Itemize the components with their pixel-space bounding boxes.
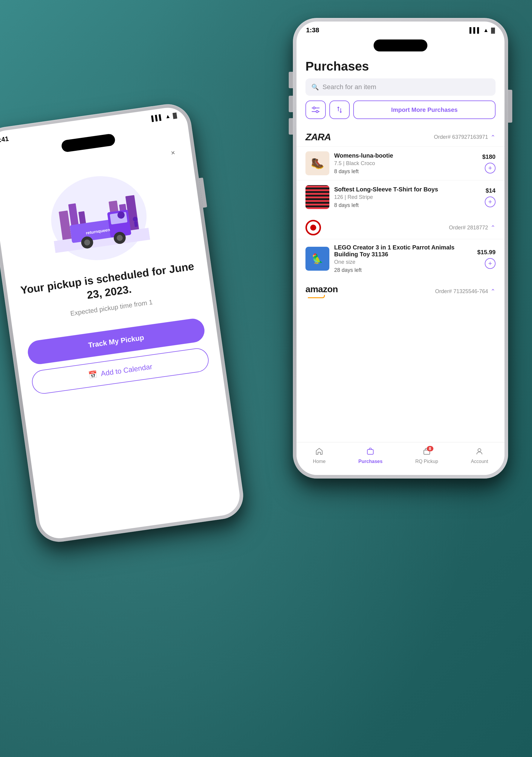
store-header-zara: ZARA Order# 637927163971 ⌃: [296, 128, 505, 146]
page-title: Purchases: [305, 59, 495, 74]
amazon-name-text: amazon: [305, 284, 338, 294]
boot-price-area: $180 +: [482, 153, 496, 173]
phone-back-screen: 9:41 ▌▌▌ ▲ ▓ ×: [0, 105, 242, 541]
phone-back-content: ×: [0, 138, 242, 538]
notch-area-front: [296, 37, 505, 54]
amazon-order: Order# 71325546-764 ⌃: [435, 288, 495, 295]
amazon-chevron-icon[interactable]: ⌃: [490, 288, 495, 295]
purchases-screen: 1:38 ▌▌▌ ▲ ▓ Purchases: [296, 21, 505, 475]
shirt-days: 8 days left: [334, 202, 480, 208]
shirt-price-area: $14 +: [485, 187, 495, 207]
boot-days: 8 days left: [334, 168, 478, 175]
track-btn-label: Track My Pickup: [88, 333, 144, 349]
pickup-illustration: returnqueen: [46, 170, 152, 266]
target-order-label: Order# 2818772: [449, 225, 488, 231]
amazon-logo: amazon: [305, 284, 338, 298]
boot-variant: 7.5 | Black Croco: [334, 160, 478, 167]
lego-add-button[interactable]: +: [485, 258, 495, 269]
status-bar-front: 1:38 ▌▌▌ ▲ ▓: [296, 21, 505, 37]
phone-front-shell: 1:38 ▌▌▌ ▲ ▓ Purchases: [293, 18, 508, 478]
zara-order-label: Order# 637927163971: [434, 134, 488, 140]
store-section-amazon: amazon Order# 71325546-764 ⌃: [296, 281, 505, 302]
status-icons-front: ▌▌▌ ▲ ▓: [469, 27, 495, 34]
nav-rq-pickup-label: RQ Pickup: [415, 459, 438, 464]
shirt-name: Softest Long-Sleeve T-Shirt for Boys: [334, 186, 480, 193]
signal-icon-front: ▌▌▌: [469, 27, 481, 34]
signal-icon: ▌▌▌: [151, 114, 163, 122]
wifi-icon-front: ▲: [483, 27, 489, 34]
filter-icon: [311, 106, 320, 113]
target-logo: [305, 220, 321, 235]
nav-item-home[interactable]: Home: [313, 447, 326, 464]
boot-price: $180: [482, 153, 496, 160]
account-icon: [475, 447, 484, 458]
purchase-item-boot: 🥾 Womens-luna-bootie 7.5 | Black Croco 8…: [296, 146, 505, 180]
import-btn-label: Import More Purchases: [391, 106, 458, 113]
status-icons-back: ▌▌▌ ▲ ▓: [151, 112, 177, 122]
battery-icon: ▓: [173, 112, 177, 119]
svg-rect-23: [367, 449, 373, 454]
shirt-add-button[interactable]: +: [485, 197, 495, 207]
nav-item-rq-pickup[interactable]: 8 RQ Pickup: [415, 447, 438, 464]
purchases-header: Purchases 🔍 Search for an item: [296, 54, 505, 128]
store-header-target: Order# 2818772 ⌃: [296, 216, 505, 239]
purchase-list: ZARA Order# 637927163971 ⌃ 🥾 Womens-luna…: [296, 128, 505, 475]
store-section-zara: ZARA Order# 637927163971 ⌃ 🥾 Womens-luna…: [296, 128, 505, 214]
pickup-title-text: Your pickup is scheduled for June 23, 20…: [20, 260, 195, 301]
rq-pickup-icon: 8: [423, 447, 431, 458]
calendar-icon: 📅: [88, 370, 98, 379]
amazon-smile-icon: [305, 294, 326, 298]
nav-item-account[interactable]: Account: [471, 447, 488, 464]
calendar-btn-label: Add to Calendar: [100, 362, 153, 378]
search-icon: 🔍: [311, 83, 319, 91]
import-purchases-button[interactable]: Import More Purchases: [353, 101, 495, 119]
lego-image: 🦜: [305, 247, 329, 271]
time-front: 1:38: [306, 26, 319, 34]
phone-front-screen: 1:38 ▌▌▌ ▲ ▓ Purchases: [296, 21, 505, 475]
purchases-icon: [366, 447, 375, 458]
search-bar[interactable]: 🔍 Search for an item: [305, 78, 495, 96]
bottom-nav: Home Purchases: [296, 442, 505, 475]
rq-pickup-badge: 8: [427, 446, 434, 451]
zara-chevron-icon[interactable]: ⌃: [490, 134, 495, 141]
phone-front: 1:38 ▌▌▌ ▲ ▓ Purchases: [293, 18, 508, 478]
battery-icon-front: ▓: [491, 27, 495, 34]
sort-button[interactable]: [329, 101, 350, 119]
boot-image: 🥾: [305, 151, 329, 175]
nav-account-label: Account: [471, 459, 488, 464]
purchase-item-shirt: Softest Long-Sleeve T-Shirt for Boys 126…: [296, 180, 505, 214]
target-logo-inner: [310, 225, 316, 230]
nav-item-purchases[interactable]: Purchases: [358, 447, 382, 464]
nav-home-label: Home: [313, 459, 326, 464]
phone-back-shell: 9:41 ▌▌▌ ▲ ▓ ×: [0, 101, 246, 545]
lego-price: $15.99: [477, 249, 495, 256]
shirt-image: [305, 185, 329, 209]
store-header-amazon: amazon Order# 71325546-764 ⌃: [296, 281, 505, 302]
shirt-variant: 126 | Red Stripe: [334, 194, 480, 200]
amazon-order-label: Order# 71325546-764: [435, 288, 488, 295]
target-order: Order# 2818772 ⌃: [449, 224, 495, 231]
boot-name: Womens-luna-bootie: [334, 152, 478, 159]
filter-button[interactable]: [305, 101, 326, 119]
svg-point-20: [313, 107, 315, 109]
close-button[interactable]: ×: [166, 145, 181, 160]
shirt-details: Softest Long-Sleeve T-Shirt for Boys 126…: [334, 186, 480, 208]
boot-details: Womens-luna-bootie 7.5 | Black Croco 8 d…: [334, 152, 478, 175]
store-section-target: Order# 2818772 ⌃ 🦜 LEGO Creator 3 in 1 E…: [296, 216, 505, 278]
sort-icon: [336, 106, 343, 114]
truck-illustration-svg: returnqueen: [47, 176, 151, 260]
shirt-stripes: [305, 185, 329, 209]
lego-days: 28 days left: [334, 267, 472, 273]
boot-add-button[interactable]: +: [485, 163, 495, 173]
pickup-title: Your pickup is scheduled for June 23, 20…: [18, 259, 198, 312]
wifi-icon: ▲: [165, 113, 171, 120]
zara-order: Order# 637927163971 ⌃: [434, 134, 495, 141]
time-back: 9:41: [0, 135, 9, 144]
zara-logo: ZARA: [305, 132, 331, 143]
target-chevron-icon[interactable]: ⌃: [490, 224, 495, 231]
lego-variant: One size: [334, 259, 472, 265]
search-placeholder-text: Search for an item: [322, 83, 376, 91]
svg-point-25: [478, 449, 481, 452]
phone-back: 9:41 ▌▌▌ ▲ ▓ ×: [0, 101, 246, 545]
purchase-item-lego: 🦜 LEGO Creator 3 in 1 Exotic Parrot Anim…: [296, 239, 505, 278]
